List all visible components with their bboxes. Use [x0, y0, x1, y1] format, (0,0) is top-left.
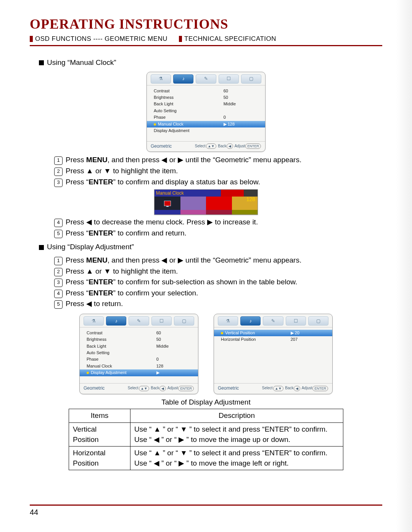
screen-icon: ▢ — [249, 76, 253, 82]
osd-row-autosetting[interactable]: Auto Setting — [80, 350, 198, 356]
breadcrumb-spec: TECHNICAL SPECIFICATION — [184, 35, 276, 43]
statusbar-value: 128 — [246, 196, 255, 203]
music-icon: ♪ — [115, 318, 117, 324]
osd-tab-1[interactable]: ⚗ — [151, 74, 171, 84]
osd-row-display-adjustment-selected[interactable]: Display Adjustment▶ — [80, 369, 198, 376]
updown-pill-icon: ▲▼ — [206, 143, 217, 149]
statusbar-label: Manual Clock — [154, 190, 221, 197]
osd-row-brightness[interactable]: Brightness50 — [147, 94, 265, 101]
screen-icon: ▢ — [182, 318, 186, 324]
table-head-row: Items Description — [69, 409, 343, 423]
steps-list-1a: 1Press MENU, and then press ◀ or ▶ until… — [54, 155, 373, 187]
osd-tab-3[interactable]: ✎ — [196, 74, 216, 84]
left-pill-icon: ◀ — [227, 143, 233, 149]
breadcrumb-osd: OSD FUNCTIONS ---- GEOMETRIC MENU — [35, 35, 167, 43]
table-row: HorizontalPosition Use “ ▲ ” or “ ▼ ” to… — [69, 447, 343, 470]
selection-dot-icon — [154, 123, 156, 126]
osd-row-manual-clock[interactable]: Manual Clock128 — [80, 363, 198, 369]
table-title: Table of Display Adjustment — [39, 397, 373, 408]
osd-tab-3[interactable]: ✎ — [129, 316, 149, 326]
page-shadow — [396, 0, 412, 532]
osd-tab-5[interactable]: ▢ — [241, 74, 261, 84]
accent-bar-icon — [30, 36, 33, 42]
table-desc-horizontal: Use “ ▲ ” or “ ▼ ” to select it and pres… — [130, 447, 343, 470]
square-bullet-icon — [39, 60, 44, 65]
accent-bar-icon — [179, 36, 182, 42]
table-item-horizontal: HorizontalPosition — [69, 447, 130, 470]
osd-tab-3[interactable]: ✎ — [263, 316, 283, 326]
section-breadcrumb: OSD FUNCTIONS ---- GEOMETRIC MENU TECHNI… — [30, 35, 382, 43]
pencil-icon: ✎ — [137, 318, 141, 324]
steps-list-1b: 4Press ◀ to decrease the menu clock. Pre… — [54, 217, 373, 238]
table-desc-vertical: Use “ ▲ ” or “ ▼ ” to select it and pres… — [130, 422, 343, 446]
flask-icon: ⚗ — [92, 318, 96, 324]
pencil-icon: ✎ — [271, 318, 275, 324]
selection-dot-icon — [221, 332, 223, 334]
music-icon: ♪ — [182, 76, 185, 82]
osd-row-backlight[interactable]: Back LightMiddle — [147, 101, 265, 107]
music-icon: ♪ — [249, 318, 252, 324]
osd-row-manual-clock-selected[interactable]: Manual Clock▶ 128 — [147, 121, 265, 127]
osd-row-vertical-position-selected[interactable]: Vertical Position▶ 20 — [214, 330, 332, 336]
osd-row-contrast[interactable]: Contrast60 — [147, 88, 265, 94]
osd-tab-4[interactable]: ☐ — [219, 74, 239, 84]
section-heading-manual-clock: Using “Manual Clock” — [39, 58, 373, 68]
step2-2: 2Press ▲ or ▼ to highlight the item. — [54, 266, 373, 277]
flask-icon: ⚗ — [159, 76, 163, 82]
page-number: 44 — [30, 508, 38, 516]
osd-tab-2[interactable]: ♪ — [240, 316, 261, 326]
osd-row-phase[interactable]: Phase0 — [147, 114, 265, 121]
screen-icon: ▢ — [316, 318, 320, 324]
osd-tab-1[interactable]: ⚗ — [84, 316, 104, 326]
enter-pill-icon: ENTER — [245, 143, 261, 149]
step-1: 1Press MENU, and then press ◀ or ▶ until… — [54, 155, 373, 165]
page-title: OPERATING INSTRUCTIONS — [30, 16, 228, 32]
osd-tab-4[interactable]: ☐ — [151, 316, 172, 326]
osd-row-contrast[interactable]: Contrast60 — [80, 330, 198, 336]
square-bullet-icon — [39, 245, 44, 250]
section-heading-display-adjustment: Using “Display Adjustment” — [39, 242, 373, 252]
monitor-icon — [164, 201, 171, 206]
page-footer: 44 — [30, 505, 382, 517]
manual-page: OPERATING INSTRUCTIONS OSD FUNCTIONS ---… — [0, 0, 412, 532]
osd-panel-display-adjustment: ⚗ ♪ ✎ ☐ ▢ Contrast60 Brightness50 Back L… — [79, 314, 198, 394]
box-icon: ☐ — [294, 318, 298, 324]
pencil-icon: ✎ — [204, 76, 208, 82]
osd-tab-4[interactable]: ☐ — [286, 316, 306, 326]
osd-panel-position: ⚗ ♪ ✎ ☐ ▢ Vertical Position▶ 20 Horizont… — [214, 314, 333, 394]
osd-row-horizontal-position[interactable]: Horizontal Position207 — [214, 336, 332, 343]
osd-tab-5[interactable]: ▢ — [174, 316, 194, 326]
box-icon: ☐ — [227, 76, 231, 82]
table-row: VerticalPosition Use “ ▲ ” or “ ▼ ” to s… — [69, 422, 343, 446]
box-icon: ☐ — [159, 318, 164, 324]
step-5: 5Press “ENTER” to confirm and return. — [54, 228, 373, 239]
steps-list-2: 1Press MENU, and then press ◀ or ▶ until… — [54, 255, 373, 309]
osd-row-brightness[interactable]: Brightness50 — [80, 336, 198, 343]
display-adjustment-table: Items Description VerticalPosition Use “… — [69, 409, 343, 470]
osd-panel-manual-clock: ⚗ ♪ ✎ ☐ ▢ Contrast60 Brightness50 Back L… — [146, 72, 266, 152]
table-head-description: Description — [130, 409, 343, 423]
osd-row-autosetting[interactable]: Auto Setting — [147, 108, 265, 114]
step2-3: 3Press “ENTER” to confirm for sub-select… — [54, 277, 373, 287]
osd-row-display-adjustment[interactable]: Display Adjustment — [147, 127, 265, 134]
selection-dot-icon — [87, 372, 89, 374]
osd-footer: Geometric Select▲▼ Back◀ AdjustENTER — [147, 141, 265, 152]
osd-tabbar: ⚗ ♪ ✎ ☐ ▢ — [147, 72, 265, 85]
step2-5: 5Press ◀ to return. — [54, 299, 373, 309]
osd-footer-label: Geometric — [151, 143, 172, 150]
table-head-items: Items — [69, 409, 130, 423]
step2-4: 4Press “ENTER” to confirm your selection… — [54, 288, 373, 298]
flask-icon: ⚗ — [226, 318, 230, 324]
osd-tab-1[interactable]: ⚗ — [218, 316, 238, 326]
step-4: 4Press ◀ to decrease the menu clock. Pre… — [54, 217, 373, 227]
osd-tab-2[interactable]: ♪ — [106, 316, 126, 326]
status-bar: Manual Clock 128 — [154, 189, 258, 215]
step-3: 3Press “ENTER” to confirm and display a … — [54, 177, 373, 187]
osd-tab-2[interactable]: ♪ — [173, 74, 193, 84]
osd-row-phase[interactable]: Phase0 — [80, 356, 198, 363]
osd-tab-5[interactable]: ▢ — [308, 316, 328, 326]
osd-row-backlight[interactable]: Back LightMiddle — [80, 343, 198, 350]
table-item-vertical: VerticalPosition — [69, 422, 130, 446]
step-2: 2Press ▲ or ▼ to highlight the item. — [54, 166, 373, 176]
step2-1: 1Press MENU, and then press ◀ or ▶ until… — [54, 255, 373, 266]
